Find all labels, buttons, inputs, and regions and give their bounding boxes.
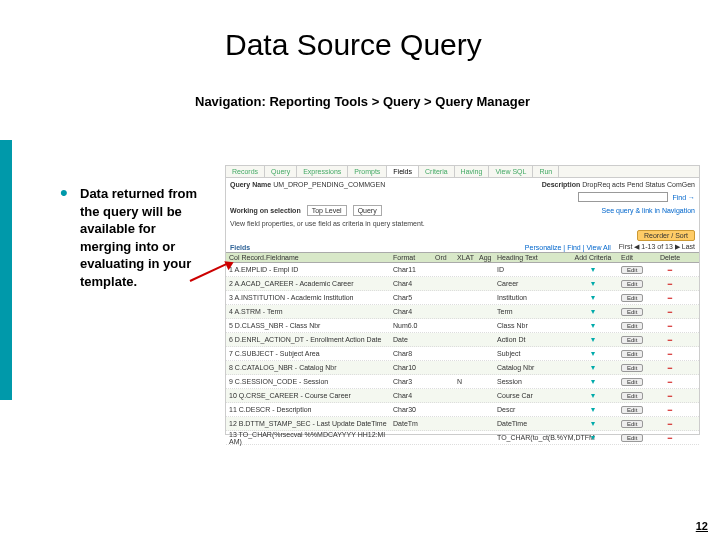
tab-fields[interactable]: Fields bbox=[387, 166, 419, 177]
tab-viewsql[interactable]: View SQL bbox=[489, 166, 533, 177]
delete-button[interactable]: − bbox=[653, 292, 687, 304]
criteria-icon[interactable]: ▾ bbox=[567, 376, 619, 387]
cell-format: Char8 bbox=[391, 349, 433, 358]
cell-fieldname: 5 D.CLASS_NBR - Class Nbr bbox=[226, 321, 391, 330]
col-heading: Heading Text bbox=[495, 253, 567, 262]
delete-button[interactable]: − bbox=[653, 320, 687, 332]
personalize-row: Fields Personalize | Find | View All Fir… bbox=[226, 242, 699, 252]
cell-heading: Class Nbr bbox=[495, 321, 567, 330]
bullet-icon: • bbox=[60, 180, 68, 206]
delete-button[interactable]: − bbox=[653, 404, 687, 416]
cell-ord bbox=[433, 367, 455, 369]
tab-criteria[interactable]: Criteria bbox=[419, 166, 455, 177]
cell-agg bbox=[477, 381, 495, 383]
criteria-icon[interactable]: ▾ bbox=[567, 348, 619, 359]
cell-format: Char4 bbox=[391, 307, 433, 316]
cell-heading: ID bbox=[495, 265, 567, 274]
edit-button[interactable]: Edit bbox=[619, 377, 653, 386]
desc-value: DropReq acts Pend Status ComGen bbox=[582, 181, 695, 188]
edit-button[interactable]: Edit bbox=[619, 405, 653, 414]
find-label[interactable]: Find → bbox=[672, 194, 695, 201]
page-title: Data Source Query bbox=[225, 28, 482, 62]
edit-button[interactable]: Edit bbox=[619, 363, 653, 372]
find-row: Find → bbox=[226, 191, 699, 203]
criteria-icon[interactable]: ▾ bbox=[567, 362, 619, 373]
edit-button[interactable]: Edit bbox=[619, 279, 653, 288]
working-row: Working on selection Top Level Query See… bbox=[226, 203, 699, 218]
criteria-icon[interactable]: ▾ bbox=[567, 264, 619, 275]
cell-agg bbox=[477, 283, 495, 285]
cell-ord bbox=[433, 283, 455, 285]
tab-having[interactable]: Having bbox=[455, 166, 490, 177]
query-name-value: UM_DROP_PENDING_COMMGEN bbox=[273, 181, 385, 188]
accent-bar bbox=[0, 140, 12, 400]
grid-header: Col Record.Fieldname Format Ord XLAT Agg… bbox=[226, 252, 699, 263]
cell-ord bbox=[433, 423, 455, 425]
delete-button[interactable]: − bbox=[653, 264, 687, 276]
cell-heading: Descr bbox=[495, 405, 567, 414]
criteria-icon[interactable]: ▾ bbox=[567, 404, 619, 415]
delete-button[interactable]: − bbox=[653, 376, 687, 388]
criteria-icon[interactable]: ▾ bbox=[567, 292, 619, 303]
reorder-button[interactable]: Reorder / Sort bbox=[637, 230, 695, 241]
delete-button[interactable]: − bbox=[653, 306, 687, 318]
cell-fieldname: 13 TO_CHAR(%rsecval %%MDCAYYYY HH12:MI A… bbox=[226, 430, 391, 446]
col-ord: Ord bbox=[433, 253, 455, 262]
find-link[interactable]: See query & link in Navigation bbox=[602, 207, 695, 214]
criteria-icon[interactable]: ▾ bbox=[567, 418, 619, 429]
cell-fieldname: 3 A.INSTITUTION - Academic Institution bbox=[226, 293, 391, 302]
navigation-subtitle: Navigation: Reporting Tools > Query > Qu… bbox=[195, 94, 530, 109]
delete-button[interactable]: − bbox=[653, 278, 687, 290]
cell-fieldname: 6 D.ENRL_ACTION_DT - Enrollment Action D… bbox=[226, 335, 391, 344]
delete-button[interactable]: − bbox=[653, 418, 687, 430]
edit-button[interactable]: Edit bbox=[619, 419, 653, 428]
criteria-icon[interactable]: ▾ bbox=[567, 390, 619, 401]
cell-heading: Term bbox=[495, 307, 567, 316]
delete-button[interactable]: − bbox=[653, 362, 687, 374]
cell-heading: TO_CHAR(to_ct(B.%YM,DTFM bbox=[495, 433, 567, 442]
sort-header: Reorder / Sort bbox=[226, 229, 699, 242]
edit-button[interactable]: Edit bbox=[619, 265, 653, 274]
col-record: Col Record.Fieldname bbox=[226, 253, 391, 262]
edit-button[interactable]: Edit bbox=[619, 391, 653, 400]
cell-ord bbox=[433, 381, 455, 383]
personalize-link[interactable]: Personalize | Find | View All bbox=[525, 244, 611, 251]
edit-button[interactable]: Edit bbox=[619, 321, 653, 330]
edit-button[interactable]: Edit bbox=[619, 335, 653, 344]
tab-query[interactable]: Query bbox=[265, 166, 297, 177]
tab-run[interactable]: Run bbox=[533, 166, 559, 177]
cell-xlat bbox=[455, 409, 477, 411]
criteria-icon[interactable]: ▾ bbox=[567, 432, 619, 443]
table-row: 5 D.CLASS_NBR - Class NbrNum6.0Class Nbr… bbox=[226, 319, 699, 333]
tab-expressions[interactable]: Expressions bbox=[297, 166, 348, 177]
cell-xlat bbox=[455, 395, 477, 397]
edit-button[interactable]: Edit bbox=[619, 307, 653, 316]
instruction-text: View field properties, or use field as c… bbox=[226, 218, 699, 229]
edit-button[interactable]: Edit bbox=[619, 293, 653, 302]
working-top[interactable]: Top Level bbox=[307, 205, 347, 216]
working-query[interactable]: Query bbox=[353, 205, 382, 216]
edit-button[interactable]: Edit bbox=[619, 349, 653, 358]
find-input[interactable] bbox=[578, 192, 668, 202]
criteria-icon[interactable]: ▾ bbox=[567, 278, 619, 289]
cell-fieldname: 8 C.CATALOG_NBR - Catalog Nbr bbox=[226, 363, 391, 372]
tab-prompts[interactable]: Prompts bbox=[348, 166, 387, 177]
delete-button[interactable]: − bbox=[653, 390, 687, 402]
col-agg: Agg bbox=[477, 253, 495, 262]
edit-button[interactable]: Edit bbox=[619, 433, 653, 442]
delete-button[interactable]: − bbox=[653, 334, 687, 346]
delete-button[interactable]: − bbox=[653, 432, 687, 444]
cell-format bbox=[391, 437, 433, 439]
cell-fieldname: 1 A.EMPLID - Empl ID bbox=[226, 265, 391, 274]
cell-ord bbox=[433, 353, 455, 355]
tab-records[interactable]: Records bbox=[226, 166, 265, 177]
cell-heading: Session bbox=[495, 377, 567, 386]
cell-fieldname: 9 C.SESSION_CODE - Session bbox=[226, 377, 391, 386]
criteria-icon[interactable]: ▾ bbox=[567, 306, 619, 317]
cell-ord bbox=[433, 269, 455, 271]
criteria-icon[interactable]: ▾ bbox=[567, 320, 619, 331]
col-delete: Delete bbox=[653, 253, 687, 262]
delete-button[interactable]: − bbox=[653, 348, 687, 360]
body-text: Data returned from the query will be ava… bbox=[80, 185, 210, 290]
criteria-icon[interactable]: ▾ bbox=[567, 334, 619, 345]
